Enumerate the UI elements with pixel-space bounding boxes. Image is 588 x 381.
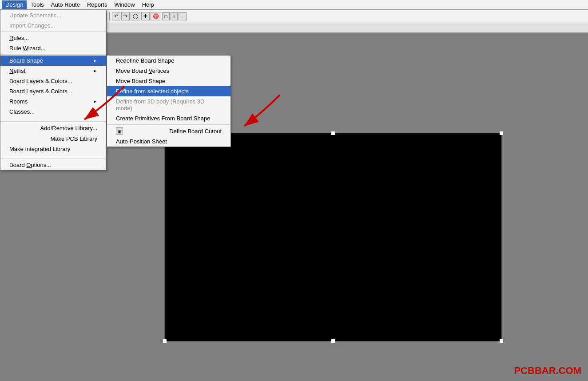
define-board-cutout-item[interactable]: ▣ Define Board Cutout <box>107 126 230 136</box>
corner-bl <box>163 339 167 343</box>
menu-autoroute[interactable]: Auto Route <box>48 0 83 9</box>
toolbar-cursor-1[interactable]: ↶ <box>112 12 120 20</box>
submenu-separator-1 <box>107 124 230 125</box>
browse-icon <box>9 124 16 131</box>
update-schematic-item[interactable]: Update Schematic... <box>0 10 106 20</box>
add-remove-library-item[interactable]: Make PCB Library <box>0 133 106 144</box>
rooms-item[interactable]: Classes... ► <box>0 107 106 117</box>
separator-3 <box>0 121 106 122</box>
library-icon <box>9 135 16 142</box>
board-shape-arrow: ► <box>93 58 97 63</box>
corner-bm <box>331 339 335 343</box>
menu-reports[interactable]: Reports <box>83 0 111 9</box>
watermark: PCBBAR.COM <box>514 365 581 377</box>
board-shape-item[interactable]: Board Shape ► Redefine Board Shape Move … <box>0 56 106 66</box>
design-dropdown: Update Schematic... Import Changes... Ru… <box>0 10 107 171</box>
import-changes-item[interactable]: Import Changes... <box>0 20 106 31</box>
auto-position-sheet-item[interactable]: Auto-Position Sheet <box>107 136 230 147</box>
rule-wizard-item[interactable]: Rule Wizard... <box>0 43 106 53</box>
toolbar-text[interactable]: T <box>171 12 178 20</box>
menu-tools[interactable]: Tools <box>27 0 47 9</box>
manage-layer-sets-item[interactable]: Rooms ► <box>0 96 106 107</box>
corner-tr <box>500 131 503 135</box>
menu-design[interactable]: Design <box>2 0 27 9</box>
manage-layers-arrow: ► <box>93 99 97 104</box>
toolbar-circle[interactable]: ◯ <box>131 12 140 20</box>
browse-components-item[interactable]: Add/Remove Library... <box>0 123 106 133</box>
board-layers-colors-item[interactable]: Board Layers & Colors... <box>0 86 106 96</box>
netlist-arrow: ► <box>93 68 97 73</box>
board-shape-submenu: Redefine Board Shape Move Board Vertices… <box>107 55 231 147</box>
toolbar-separator-3 <box>109 12 110 21</box>
move-board-shape-item[interactable]: Move Board Shape <box>107 76 230 86</box>
menu-bar: Design Tools Auto Route Reports Window H… <box>0 0 588 10</box>
separator-4 <box>0 159 106 159</box>
define-from-3d-item: Define from 3D body (Requires 3D mode) <box>107 96 230 113</box>
toolbar-more[interactable]: ... <box>179 12 187 20</box>
create-primitives-item[interactable]: Create Primitives From Board Shape <box>107 113 230 123</box>
pcb-board <box>164 133 502 341</box>
separator-1 <box>0 32 106 32</box>
layer-stack-manager-item[interactable]: Board Layers & Colors... <box>0 76 106 86</box>
toolbar-cursor-2[interactable]: ↷ <box>121 12 130 20</box>
make-pcb-library-item[interactable]: Make Integrated Library <box>0 144 106 154</box>
toolbar-cross[interactable]: ✚ <box>141 12 150 20</box>
toolbar-rect[interactable]: □ <box>162 12 170 20</box>
move-board-vertices-item[interactable]: Move Board Vertices <box>107 66 230 76</box>
make-integrated-library-item[interactable] <box>0 154 106 158</box>
define-from-selected-item[interactable]: Define from selected objects <box>107 86 230 96</box>
separator-2 <box>0 54 106 55</box>
menu-help[interactable]: Help <box>139 0 158 9</box>
corner-tm <box>331 131 335 135</box>
menu-window[interactable]: Window <box>111 0 138 9</box>
classes-item[interactable] <box>0 117 106 120</box>
rules-item[interactable]: Rules... <box>0 33 106 43</box>
board-options-item[interactable]: Board Options... <box>0 160 106 170</box>
corner-br <box>500 339 503 343</box>
toolbar-arc[interactable]: ♈ <box>151 12 161 20</box>
netlist-item[interactable]: Netlist ► <box>0 66 106 76</box>
cutout-icon: ▣ <box>116 127 123 135</box>
redefine-board-shape-item[interactable]: Redefine Board Shape <box>107 56 230 66</box>
rooms-arrow: ► <box>93 109 97 114</box>
